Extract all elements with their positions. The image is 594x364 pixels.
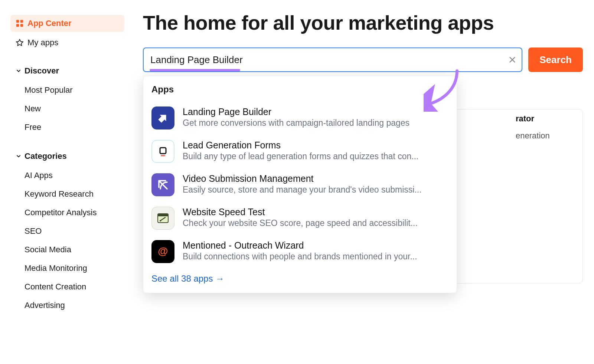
app-icon-mentioned-outreach: @ (151, 240, 174, 263)
dropdown-heading: Apps (151, 84, 448, 95)
search-input[interactable] (143, 47, 522, 72)
sidebar-item-keyword-research[interactable]: Keyword Research (10, 185, 124, 203)
svg-rect-3 (20, 24, 23, 27)
search-button[interactable]: Search (528, 47, 583, 72)
hidden-card-text-fragment: eneration (516, 131, 571, 141)
sidebar-item-social-media[interactable]: Social Media (10, 240, 124, 259)
svg-point-8 (160, 220, 161, 222)
svg-text:@: @ (158, 245, 168, 257)
sidebar-item-most-popular[interactable]: Most Popular (10, 81, 124, 99)
sidebar-heading-categories[interactable]: Categories (10, 149, 124, 163)
sidebar-item-seo[interactable]: SEO (10, 222, 124, 240)
app-title: Website Speed Test (183, 207, 448, 217)
app-title: Landing Page Builder (183, 106, 448, 117)
app-description: Build any type of lead generation forms … (183, 151, 448, 161)
sidebar-item-content-creation[interactable]: Content Creation (10, 278, 124, 296)
sidebar-heading-discover[interactable]: Discover (10, 64, 124, 78)
sidebar-item-app-center[interactable]: App Center (10, 15, 124, 32)
chevron-down-icon (16, 68, 22, 74)
sidebar-item-ai-apps[interactable]: AI Apps (10, 166, 124, 185)
hidden-card-title-fragment: rator (516, 114, 571, 124)
app-description: Easily source, store and manage your bra… (183, 185, 448, 195)
grid-icon (16, 19, 24, 27)
svg-rect-1 (20, 20, 23, 23)
sidebar-item-media-monitoring[interactable]: Media Monitoring (10, 259, 124, 278)
sidebar-item-competitor-analysis[interactable]: Competitor Analysis (10, 203, 124, 222)
search-results-dropdown: Apps Landing Page Builder Get more conve… (143, 76, 457, 293)
app-description: Build connections with people and brands… (183, 252, 448, 262)
app-title: Video Submission Management (183, 173, 448, 184)
categories-heading-text: Categories (25, 151, 67, 161)
app-description: Get more conversions with campaign-tailo… (183, 118, 448, 128)
page-title: The home for all your marketing apps (143, 11, 583, 34)
discover-heading-text: Discover (25, 66, 59, 76)
sidebar-item-advertising[interactable]: Advertising (10, 296, 124, 315)
close-icon[interactable] (508, 56, 516, 64)
app-description: Check your website SEO score, page speed… (183, 218, 448, 228)
app-icon-video-submission (151, 173, 174, 196)
app-title: Lead Generation Forms (183, 140, 448, 151)
app-title: Mentioned - Outreach Wizard (183, 240, 448, 251)
partially-hidden-card: rator eneration (516, 114, 571, 141)
app-result-video-submission[interactable]: Video Submission Management Easily sourc… (151, 168, 448, 201)
sidebar-item-free[interactable]: Free (10, 118, 124, 137)
svg-rect-0 (16, 20, 19, 23)
app-icon-website-speed-test (151, 207, 174, 230)
sidebar-label-my-apps: My apps (27, 38, 58, 47)
sidebar: App Center My apps Discover Most Popular… (0, 0, 132, 364)
annotation-underline (150, 69, 240, 71)
app-result-mentioned-outreach[interactable]: @ Mentioned - Outreach Wizard Build conn… (151, 235, 448, 268)
svg-rect-7 (158, 214, 168, 216)
svg-rect-2 (16, 24, 19, 27)
star-icon (16, 39, 24, 47)
see-all-apps-link[interactable]: See all 38 apps → (151, 273, 224, 284)
sidebar-item-new[interactable]: New (10, 99, 124, 118)
app-result-lead-generation-forms[interactable]: Lead Generation Forms Build any type of … (151, 135, 448, 168)
main-content: The home for all your marketing apps Sea… (132, 0, 594, 364)
chevron-down-icon (16, 153, 22, 159)
app-icon-lead-generation-forms (151, 140, 174, 163)
sidebar-label-app-center: App Center (27, 19, 72, 28)
svg-rect-4 (160, 148, 166, 154)
app-result-landing-page-builder[interactable]: Landing Page Builder Get more conversion… (151, 101, 448, 135)
app-icon-landing-page-builder (151, 106, 174, 129)
svg-rect-5 (161, 155, 165, 156)
search-input-wrapper (143, 47, 522, 72)
sidebar-item-my-apps[interactable]: My apps (10, 34, 124, 51)
app-result-website-speed-test[interactable]: Website Speed Test Check your website SE… (151, 201, 448, 235)
